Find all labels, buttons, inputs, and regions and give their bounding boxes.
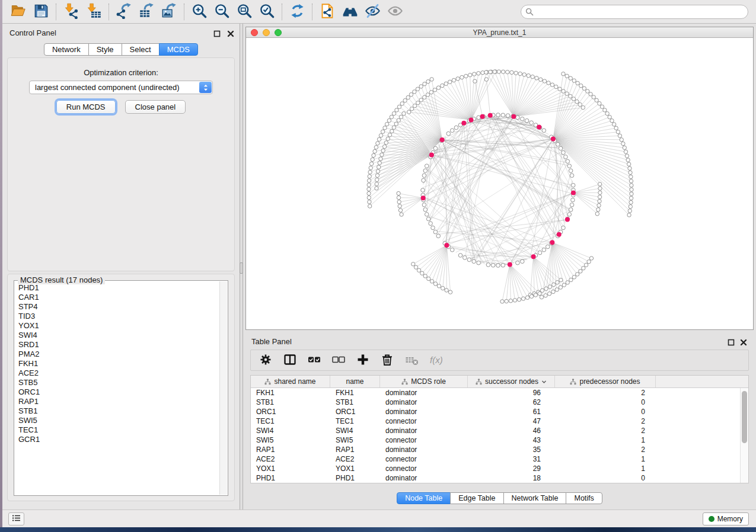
leaf-node[interactable] xyxy=(427,277,430,280)
leaf-node[interactable] xyxy=(377,137,381,141)
network-node[interactable] xyxy=(496,264,500,268)
leaf-node[interactable] xyxy=(448,290,452,294)
mcds-node[interactable] xyxy=(537,124,541,129)
network-node[interactable] xyxy=(501,113,505,117)
table-row[interactable]: STB1STB1dominator620 xyxy=(251,398,748,407)
leaf-node[interactable] xyxy=(608,115,611,118)
column-header-MCDS-role[interactable]: MCDS role xyxy=(380,376,468,387)
network-node[interactable] xyxy=(431,226,435,230)
leaf-node[interactable] xyxy=(398,204,401,208)
leaf-node[interactable] xyxy=(380,153,384,156)
leaf-node[interactable] xyxy=(630,184,633,187)
tab-node-table[interactable]: Node Table xyxy=(397,492,451,504)
leaf-node[interactable] xyxy=(575,100,579,103)
leaf-node[interactable] xyxy=(452,78,455,82)
table-scrollbar-thumb[interactable] xyxy=(742,391,747,443)
network-node[interactable] xyxy=(454,126,458,130)
network-node[interactable] xyxy=(569,208,573,212)
leaf-node[interactable] xyxy=(630,192,633,196)
leaf-node[interactable] xyxy=(429,91,433,94)
network-node[interactable] xyxy=(425,213,429,217)
network-node[interactable] xyxy=(436,234,441,238)
leaf-node[interactable] xyxy=(551,290,555,293)
import-network-button[interactable] xyxy=(60,2,82,22)
network-node[interactable] xyxy=(422,174,426,178)
leaf-node[interactable] xyxy=(558,87,562,91)
table-row[interactable]: TEC1TEC1connector472 xyxy=(251,416,748,426)
leaf-node[interactable] xyxy=(423,274,427,278)
leaf-node[interactable] xyxy=(368,170,372,174)
mcds-result-node[interactable]: TEC1 xyxy=(18,425,219,435)
leaf-node[interactable] xyxy=(584,263,588,267)
leaf-node[interactable] xyxy=(426,80,430,84)
network-node[interactable] xyxy=(529,121,534,125)
leaf-node[interactable] xyxy=(505,299,508,303)
mcds-node[interactable] xyxy=(565,217,570,222)
network-node[interactable] xyxy=(546,245,550,249)
mcds-result-node[interactable]: STB1 xyxy=(18,406,219,416)
leaf-node[interactable] xyxy=(586,89,589,93)
leaf-node[interactable] xyxy=(441,286,445,290)
leaf-node[interactable] xyxy=(627,162,630,166)
leaf-node[interactable] xyxy=(397,118,400,122)
leaf-node[interactable] xyxy=(372,153,375,157)
network-node[interactable] xyxy=(516,116,520,120)
leaf-node[interactable] xyxy=(375,178,379,181)
mcds-result-node[interactable]: SWI5 xyxy=(18,416,219,425)
leaf-node[interactable] xyxy=(397,105,401,108)
leaf-node[interactable] xyxy=(376,169,379,173)
leaf-node[interactable] xyxy=(598,195,601,198)
network-node[interactable] xyxy=(491,263,495,267)
search-input[interactable] xyxy=(521,5,748,19)
leaf-node[interactable] xyxy=(554,85,558,88)
leaf-node[interactable] xyxy=(484,70,488,74)
leaf-node[interactable] xyxy=(628,209,631,213)
network-node[interactable] xyxy=(477,116,481,120)
leaf-node[interactable] xyxy=(522,73,526,76)
leaf-node[interactable] xyxy=(387,118,391,122)
leaf-node[interactable] xyxy=(430,78,433,81)
leaf-node[interactable] xyxy=(412,262,415,266)
leaf-node[interactable] xyxy=(555,288,559,291)
leaf-node[interactable] xyxy=(595,98,598,102)
leaf-node[interactable] xyxy=(407,110,411,114)
leaf-node[interactable] xyxy=(392,126,395,129)
network-node[interactable] xyxy=(564,155,568,159)
network-node[interactable] xyxy=(450,248,454,252)
network-node[interactable] xyxy=(556,142,560,146)
leaf-node[interactable] xyxy=(464,74,468,78)
leaf-node[interactable] xyxy=(592,95,595,99)
leaf-node[interactable] xyxy=(629,179,633,182)
table-row[interactable]: PHD1PHD1dominator180 xyxy=(251,473,748,483)
leaf-node[interactable] xyxy=(600,105,604,108)
leaf-node[interactable] xyxy=(501,70,505,73)
control-panel-float-button[interactable] xyxy=(213,29,222,37)
leaf-node[interactable] xyxy=(448,80,452,84)
network-node[interactable] xyxy=(570,203,574,207)
table-row[interactable]: RAP1RAP1dominator352 xyxy=(251,445,748,454)
mcds-result-node[interactable]: ORC1 xyxy=(18,387,219,397)
network-node[interactable] xyxy=(559,146,563,150)
network-node[interactable] xyxy=(467,258,471,262)
leaf-node[interactable] xyxy=(468,73,472,76)
mcds-node[interactable] xyxy=(429,152,434,157)
mcds-node[interactable] xyxy=(468,117,473,122)
leaf-node[interactable] xyxy=(535,76,538,80)
leaf-node[interactable] xyxy=(368,175,371,178)
column-header-predecessor-nodes[interactable]: predecessor nodes xyxy=(555,376,656,387)
leaf-node[interactable] xyxy=(410,107,413,111)
mcds-result-node[interactable]: PHD1 xyxy=(18,283,219,293)
leaf-node[interactable] xyxy=(417,268,420,272)
mcds-result-node[interactable]: TID3 xyxy=(18,312,219,321)
leaf-node[interactable] xyxy=(406,95,410,99)
leaf-node[interactable] xyxy=(559,278,563,281)
leaf-node[interactable] xyxy=(598,199,601,203)
leaf-node[interactable] xyxy=(569,278,573,281)
network-node[interactable] xyxy=(423,169,428,173)
mcds-result-node[interactable]: PMA2 xyxy=(18,350,219,359)
column-header-successor-nodes[interactable]: successor nodes xyxy=(468,376,555,387)
tab-edge-table[interactable]: Edge Table xyxy=(450,492,503,504)
leaf-node[interactable] xyxy=(481,70,484,74)
mcds-node[interactable] xyxy=(508,262,512,267)
delete-column-button[interactable] xyxy=(379,352,395,368)
